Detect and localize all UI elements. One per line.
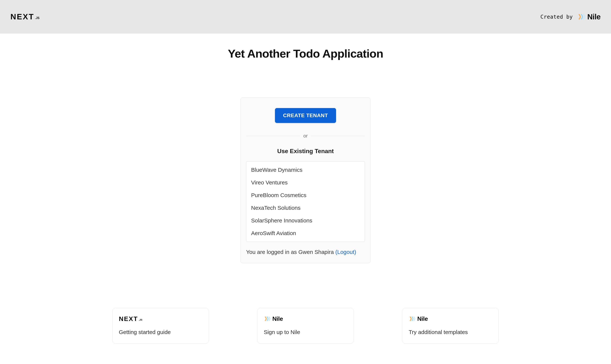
tenant-list: BlueWave Dynamics Vireo Ventures PureBlo… (246, 161, 365, 242)
nile-logo-word: Nile (417, 315, 428, 322)
nile-logo: Nile (577, 13, 600, 21)
logout-link[interactable]: (Logout) (335, 249, 356, 255)
login-status-prefix: You are logged in as (246, 249, 299, 255)
nile-logo-icon (577, 13, 585, 21)
footer-card-logo: NEXT .JS (119, 314, 202, 324)
nile-logo: Nile (264, 315, 283, 322)
tenant-item[interactable]: BlueWave Dynamics (251, 167, 360, 173)
top-header: NEXT .JS Created by Nile (0, 0, 611, 34)
nextjs-logo-word: NEXT (11, 12, 34, 21)
footer-card-logo: Nile (409, 314, 492, 324)
card-container: CREATE TENANT or Use Existing Tenant Blu… (0, 97, 611, 263)
footer-card-caption: Sign up to Nile (264, 329, 347, 335)
nextjs-logo-suffix: .JS (35, 16, 39, 20)
nextjs-logo: NEXT .JS (11, 12, 39, 21)
nextjs-logo: NEXT .JS (119, 315, 142, 323)
footer-card-getting-started[interactable]: NEXT .JS Getting started guide (112, 308, 209, 344)
nile-logo-icon (264, 315, 271, 322)
create-tenant-button[interactable]: CREATE TENANT (275, 108, 336, 123)
created-by-label: Created by (540, 14, 573, 20)
tenant-card: CREATE TENANT or Use Existing Tenant Blu… (240, 97, 371, 263)
footer-card-templates[interactable]: Nile Try additional templates (402, 308, 499, 344)
tenant-item[interactable]: SolarSphere Innovations (251, 217, 360, 224)
login-status-row: You are logged in as Gwen Shapira (Logou… (246, 249, 365, 255)
footer-card-logo: Nile (264, 314, 347, 324)
nile-logo-word: Nile (587, 13, 600, 21)
tenant-card-inner: CREATE TENANT or Use Existing Tenant Blu… (246, 108, 365, 255)
nextjs-logo-word: NEXT (119, 315, 138, 323)
page-title: Yet Another Todo Application (0, 47, 611, 60)
tenant-item[interactable]: PureBloom Cosmetics (251, 192, 360, 198)
footer-card-caption: Getting started guide (119, 329, 202, 335)
use-existing-heading: Use Existing Tenant (277, 148, 334, 155)
tenant-item[interactable]: AeroSwift Aviation (251, 230, 360, 236)
login-status-user: Gwen Shapira (299, 249, 334, 255)
divider-label: or (303, 133, 308, 139)
footer-cards-row: NEXT .JS Getting started guide Nile Sign… (0, 308, 611, 344)
nile-logo: Nile (409, 315, 428, 322)
nile-logo-icon (409, 315, 416, 322)
header-right: Created by Nile (540, 13, 600, 21)
nextjs-logo-suffix: .JS (139, 318, 143, 321)
nile-logo-word: Nile (272, 315, 283, 322)
footer-card-caption: Try additional templates (409, 329, 492, 335)
header-left: NEXT .JS (11, 12, 39, 21)
tenant-item[interactable]: Vireo Ventures (251, 179, 360, 186)
divider-row: or (246, 133, 365, 139)
tenant-item[interactable]: NexaTech Solutions (251, 205, 360, 211)
footer-card-signup-nile[interactable]: Nile Sign up to Nile (257, 308, 354, 344)
